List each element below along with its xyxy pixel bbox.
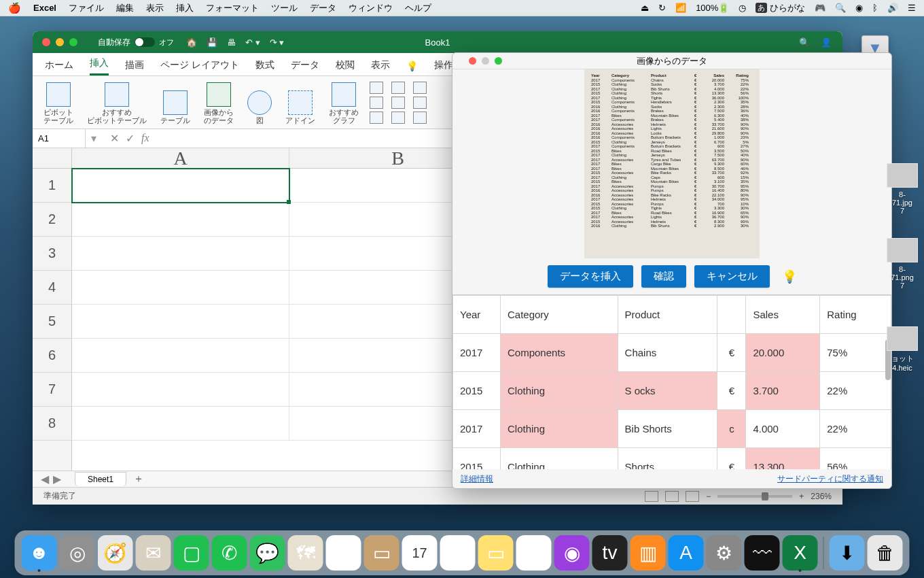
chart-mini-icon[interactable] [391,97,405,109]
table-cell[interactable]: Clothing [501,410,618,448]
select-all-corner[interactable] [33,148,71,169]
dock-settings[interactable]: ⚙ [707,535,742,571]
enter-formula-icon[interactable]: ✓ [126,132,135,145]
table-row[interactable]: 2017ComponentsChains€20.00075% [453,334,891,372]
table-row[interactable]: 2017ClothingBib Shortsc4.00022% [453,410,891,448]
print-icon[interactable]: 🖶 [227,37,236,48]
table-row[interactable]: 2015ClothingS ocks€3.70022% [453,372,891,410]
dock-excel[interactable]: X [783,535,818,571]
search-icon[interactable]: 🔍 [799,37,810,48]
close-button[interactable] [42,38,50,46]
autosave-toggle[interactable] [135,37,155,47]
desktop-file[interactable]: 8- 71.jpg 7 [882,163,923,215]
name-box-dropdown-icon[interactable]: ▾ [86,132,102,145]
app-menu[interactable]: Excel [33,3,56,13]
table-cell[interactable]: S ocks [618,372,717,410]
tab-view[interactable]: 表示 [371,59,390,75]
table-cell[interactable]: 2017 [453,334,501,372]
table-cell[interactable]: Chains [618,334,717,372]
table-cell[interactable]: Components [501,334,618,372]
cell[interactable] [72,271,289,305]
table-cell[interactable]: Shorts [618,448,717,470]
row-header[interactable]: 2 [33,203,71,237]
chart-mini-icon[interactable] [391,82,405,94]
name-box[interactable]: A1 [33,129,86,148]
dock-books[interactable]: ▥ [630,535,666,571]
column-header[interactable]: Year [453,296,501,334]
table-cell[interactable]: 22% [820,410,891,448]
menu-window[interactable]: ウィンドウ [349,2,393,14]
table-cell[interactable]: 3.700 [746,372,820,410]
ribbon-illustrations[interactable]: 図 [245,79,274,126]
row-header[interactable]: 8 [33,407,71,441]
col-header[interactable]: A [72,148,289,168]
menu-edit[interactable]: 編集 [116,2,134,14]
cell[interactable] [72,203,289,237]
chart-mini-icon[interactable] [370,82,383,94]
share-icon[interactable]: 👤 [821,37,832,48]
cancel-formula-icon[interactable]: ✕ [110,132,119,145]
dock-downloads[interactable]: ⬇ [830,535,865,571]
table-cell[interactable]: 2015 [453,448,501,470]
fullscreen-button[interactable] [69,38,77,46]
tab-formulas[interactable]: 数式 [255,59,274,75]
extracted-data-table[interactable]: YearCategoryProductSalesRating2017Compon… [452,294,891,469]
table-cell[interactable]: Bib Shorts [618,410,717,448]
chart-mini-icon[interactable] [413,82,427,94]
column-header[interactable]: Category [501,296,618,334]
table-cell[interactable]: Clothing [501,372,618,410]
dock-maps[interactable]: 🗺 [288,535,323,571]
ribbon-addins[interactable]: アドイン [283,79,318,126]
table-cell[interactable]: 4.000 [746,410,820,448]
row-header[interactable]: 1 [33,169,71,203]
eject-icon[interactable]: ⏏ [641,3,649,13]
row-header[interactable]: 6 [33,339,71,373]
dock-phone[interactable]: ✆ [212,535,247,571]
ribbon-datafrompicture[interactable]: 画像から のデータ [201,79,236,126]
table-cell[interactable]: 2017 [453,410,501,448]
chart-mini-icon[interactable] [413,112,427,124]
tab-pagelayout[interactable]: ページ レイアウト [160,59,239,75]
sheet-tab[interactable]: Sheet1 [75,472,126,486]
zoom-in-button[interactable]: + [799,492,804,501]
sheet-prev-icon[interactable]: ◀ [41,473,49,486]
cell[interactable] [72,373,289,407]
pagelayout-view-icon[interactable] [665,491,679,502]
dock-photos[interactable]: ✿ [326,535,361,571]
cell-a1[interactable] [72,169,289,203]
sheet-next-icon[interactable]: ▶ [53,473,61,486]
add-sheet-button[interactable]: ＋ [133,472,144,486]
menu-help[interactable]: ヘルプ [405,2,431,14]
dock-facetime[interactable]: ▢ [174,535,209,571]
wifi-icon[interactable]: 📶 [675,3,686,13]
chart-mini-icon[interactable] [391,112,405,124]
gamecenter-icon[interactable]: 🎮 [815,3,825,13]
ribbon-recommended-pivot[interactable]: おすすめ ピボットテーブル [84,79,149,126]
table-cell[interactable]: Clothing [501,448,618,470]
pagebreak-view-icon[interactable] [686,491,699,502]
column-header[interactable] [717,296,746,334]
tab-data[interactable]: データ [291,59,319,75]
save-icon[interactable]: 💾 [207,37,217,48]
dock-contacts[interactable]: ▭ [364,535,399,571]
row-header[interactable]: 5 [33,305,71,339]
timemachine-icon[interactable]: ↻ [658,3,666,13]
chart-mini-icon[interactable] [413,97,427,109]
tab-review[interactable]: 校閲 [336,59,355,75]
menu-format[interactable]: フォーマット [206,2,259,14]
dock-activity[interactable]: 〰 [745,535,780,571]
control-center-icon[interactable]: ☰ [908,3,916,13]
table-cell[interactable]: 13.300 [746,448,820,470]
cancel-button[interactable]: キャンセル [694,265,770,288]
undo-icon[interactable]: ↶ ▾ [245,37,260,48]
dock-launchpad[interactable]: ◎ [60,535,95,571]
battery-status[interactable]: 100% 🔋 [696,3,729,13]
confirm-button[interactable]: 確認 [641,265,686,288]
minimize-button[interactable] [56,38,64,46]
row-header[interactable]: 7 [33,373,71,407]
column-header[interactable]: Product [618,296,717,334]
table-cell[interactable]: c [717,410,746,448]
menu-view[interactable]: 表示 [146,2,164,14]
dock-mail[interactable]: ✉ [136,535,171,571]
insert-data-button[interactable]: データを挿入 [548,265,633,288]
